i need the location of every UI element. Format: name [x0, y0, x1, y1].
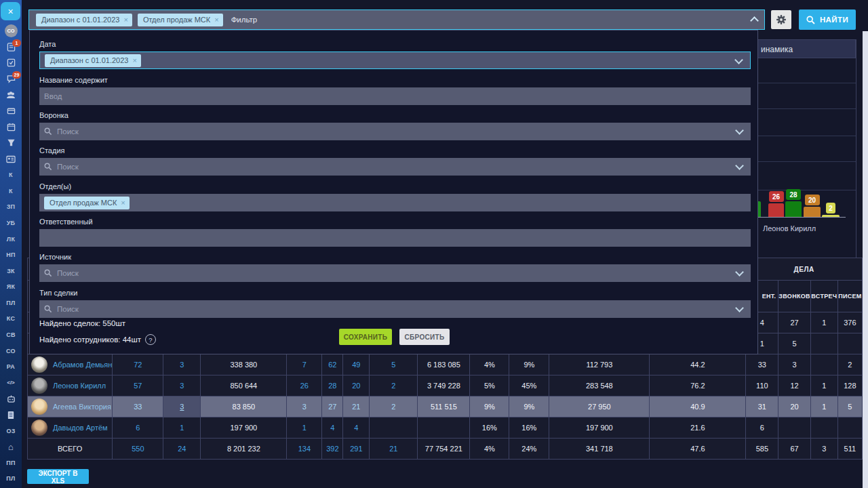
- table-cell[interactable]: 550: [113, 439, 163, 460]
- robot-icon[interactable]: [0, 391, 22, 407]
- table-cell[interactable]: 3: [287, 396, 322, 418]
- column-header[interactable]: ВСТРЕЧ: [810, 281, 837, 312]
- table-cell[interactable]: 21: [343, 396, 370, 418]
- funnel-icon[interactable]: [0, 135, 22, 151]
- filter-field-search[interactable]: Поиск: [39, 158, 751, 176]
- selected-value-chip[interactable]: Диапазон с 01.01.2023×: [45, 54, 141, 67]
- table-cell[interactable]: 3: [163, 375, 201, 396]
- reset-button[interactable]: СБРОСИТЬ: [399, 329, 450, 345]
- table-cell[interactable]: 7: [287, 354, 322, 375]
- table-cell[interactable]: 6: [113, 418, 163, 439]
- chevron-down-icon[interactable]: [735, 304, 744, 312]
- wallet-icon[interactable]: [0, 103, 22, 119]
- table-cell[interactable]: 57: [113, 375, 163, 396]
- sidebar-item-pl1[interactable]: ПЛ: [0, 295, 22, 311]
- table-cell[interactable]: 1: [287, 418, 322, 439]
- table-cell[interactable]: 2: [370, 375, 418, 396]
- table-cell[interactable]: 4: [322, 418, 343, 439]
- table-cell[interactable]: 49: [343, 354, 370, 375]
- sidebar-item-pl2[interactable]: ПЛ: [0, 471, 22, 487]
- table-cell[interactable]: 4: [343, 418, 370, 439]
- sidebar-item-zk[interactable]: ЗК: [0, 263, 22, 279]
- remove-chip-icon[interactable]: ×: [123, 16, 127, 24]
- find-button[interactable]: НАЙТИ: [799, 9, 856, 30]
- table-cell[interactable]: 21: [370, 439, 418, 460]
- sidebar-item-k2[interactable]: К: [0, 183, 22, 199]
- selected-value-chip[interactable]: Отдел продаж МСК×: [44, 197, 130, 209]
- filter-field-chips[interactable]: Отдел продаж МСК×: [39, 194, 751, 211]
- table-row[interactable]: Леонов Кирилл573850 64426282023 749 2285…: [28, 375, 863, 396]
- settings-gear-button[interactable]: [771, 10, 791, 29]
- table-cell[interactable]: 26: [287, 375, 322, 396]
- employee-name-link[interactable]: Агеева Виктория: [53, 403, 111, 411]
- table-cell[interactable]: 24: [163, 439, 201, 460]
- filter-chip-department[interactable]: Отдел продаж МСК ×: [138, 14, 223, 26]
- chat-icon[interactable]: 29: [0, 71, 22, 87]
- sidebar-user-avatar[interactable]: СО: [0, 23, 22, 39]
- table-cell[interactable]: 291: [343, 439, 370, 460]
- filter-field-search[interactable]: Поиск: [39, 300, 751, 318]
- filter-field-input[interactable]: [39, 229, 751, 247]
- sidebar-item-ub[interactable]: УБ: [0, 215, 22, 231]
- save-button[interactable]: СОХРАНИТЬ: [339, 329, 392, 345]
- table-cell[interactable]: 28: [322, 375, 343, 396]
- document-icon[interactable]: [0, 407, 22, 423]
- collapse-panel-chevron-icon[interactable]: [750, 16, 759, 25]
- remove-chip-icon[interactable]: ×: [132, 56, 136, 64]
- table-cell[interactable]: 3: [163, 354, 201, 375]
- table-cell[interactable]: 20: [343, 375, 370, 396]
- help-icon[interactable]: ?: [145, 334, 156, 345]
- filter-field-chips[interactable]: Диапазон с 01.01.2023×: [39, 52, 751, 69]
- code-icon[interactable]: </>: [0, 375, 22, 391]
- calendar-icon[interactable]: [0, 119, 22, 136]
- table-cell[interactable]: 27: [322, 396, 343, 418]
- table-cell[interactable]: 134: [287, 439, 322, 460]
- sidebar-item-ks[interactable]: КС: [0, 311, 22, 327]
- table-cell[interactable]: 62: [322, 354, 343, 375]
- table-cell[interactable]: [370, 418, 418, 439]
- table-row[interactable]: ВСЕГО550248 201 2321343922912177 754 221…: [28, 439, 863, 460]
- sidebar-item-ra[interactable]: РА: [0, 359, 22, 375]
- sidebar-item-oz[interactable]: ОЗ: [0, 423, 22, 439]
- table-cell[interactable]: 1: [163, 418, 201, 439]
- sidebar-item-lk[interactable]: ЛК: [0, 231, 22, 247]
- sidebar-item-so[interactable]: СО: [0, 343, 22, 359]
- filter-field-search[interactable]: Поиск: [39, 123, 751, 140]
- idcard-icon[interactable]: [0, 151, 22, 167]
- chevron-down-icon[interactable]: [735, 268, 744, 277]
- remove-chip-icon[interactable]: ×: [121, 199, 125, 207]
- sidebar-item-sv[interactable]: СВ: [0, 327, 22, 343]
- column-header[interactable]: ПИСЕМ: [837, 281, 862, 312]
- filter-tokens-bar[interactable]: Диапазон с 01.01.2023 × Отдел продаж МСК…: [28, 9, 765, 30]
- scrollbar[interactable]: [863, 31, 868, 488]
- remove-chip-icon[interactable]: ×: [214, 16, 218, 24]
- chevron-down-icon[interactable]: [735, 161, 744, 170]
- sidebar-item-zp[interactable]: ЗП: [0, 199, 22, 216]
- tasks-icon[interactable]: [0, 55, 22, 71]
- building-icon[interactable]: ⌂: [0, 439, 22, 455]
- filter-field-search[interactable]: Поиск: [39, 264, 751, 282]
- column-header[interactable]: ЗВОНКОВ: [778, 281, 811, 312]
- table-cell[interactable]: 392: [322, 439, 343, 460]
- table-cell[interactable]: 72: [113, 354, 163, 375]
- table-row[interactable]: Давыдов Артём61197 90014416%16%197 90021…: [28, 418, 863, 439]
- chevron-down-icon[interactable]: [734, 56, 743, 64]
- journal-icon[interactable]: 1: [0, 39, 22, 56]
- employee-name-link[interactable]: Леонов Кирилл: [53, 382, 106, 390]
- filter-chip-date[interactable]: Диапазон с 01.01.2023 ×: [36, 14, 132, 26]
- contacts-group-icon[interactable]: [0, 87, 22, 103]
- table-row[interactable]: Агеева Виктория33383 850327212511 5159%9…: [28, 396, 863, 418]
- employee-name-link[interactable]: Давыдов Артём: [53, 424, 108, 432]
- filter-field-input[interactable]: Ввод: [39, 87, 751, 105]
- chevron-down-icon[interactable]: [735, 126, 744, 135]
- sidebar-item-k1[interactable]: К: [0, 167, 22, 183]
- table-cell[interactable]: 3: [163, 396, 201, 418]
- table-cell[interactable]: 2: [370, 396, 418, 418]
- export-xls-button[interactable]: ЭКСПОРТ В XLS: [27, 469, 89, 484]
- sidebar-item-np[interactable]: НП: [0, 247, 22, 263]
- employee-name-link[interactable]: Абрамов Демьян: [53, 361, 112, 369]
- sidebar-item-pp[interactable]: ПП: [0, 455, 22, 471]
- close-button[interactable]: ×: [1, 2, 20, 20]
- sidebar-item-yak[interactable]: ЯК: [0, 279, 22, 296]
- table-row[interactable]: Абрамов Демьян723338 3807624956 183 0854…: [28, 354, 863, 375]
